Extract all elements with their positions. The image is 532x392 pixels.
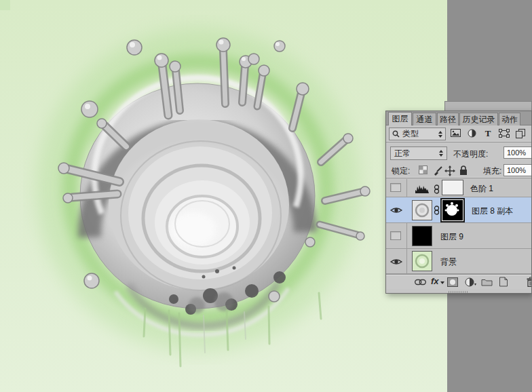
- document-canvas[interactable]: [0, 0, 447, 392]
- filter-smart-objects-icon[interactable]: [516, 129, 526, 138]
- add-layer-mask-icon[interactable]: [447, 277, 458, 287]
- opacity-label: 不透明度:: [453, 149, 488, 160]
- delete-layer-trash-icon[interactable]: [527, 277, 532, 287]
- layers-panel: 图层 通道 路径 历史记录 动作 类型: [385, 111, 532, 294]
- new-layer-icon[interactable]: [499, 277, 508, 287]
- search-icon: [392, 130, 400, 138]
- visibility-toggle-off[interactable]: [390, 183, 401, 192]
- filter-type-layers-icon[interactable]: T: [484, 129, 492, 138]
- lock-pixels-brush-icon[interactable]: [432, 165, 443, 176]
- levels-mask-thumbnail[interactable]: [442, 180, 463, 195]
- blend-mode-row: 正常 不透明度: 100%: [386, 143, 531, 163]
- tab-actions[interactable]: 动作: [499, 113, 520, 125]
- tab-history[interactable]: 历史记录: [459, 113, 498, 125]
- filter-kind-dropdown[interactable]: 类型: [389, 128, 446, 140]
- lock-position-move-icon[interactable]: [444, 165, 455, 176]
- lock-transparency-icon[interactable]: [419, 165, 428, 174]
- levels-histogram-icon: [415, 184, 430, 194]
- visibility-eye-icon[interactable]: [390, 258, 402, 266]
- splash-artwork: [0, 0, 447, 392]
- layer-thumbnail[interactable]: [412, 251, 432, 271]
- svg-text:T: T: [485, 129, 491, 138]
- filter-kind-label: 类型: [402, 128, 419, 140]
- dropdown-stepper-icon: [438, 131, 442, 138]
- opacity-field[interactable]: 100%: [504, 146, 532, 159]
- panel-resize-grip[interactable]: [449, 291, 469, 293]
- visibility-toggle-off[interactable]: [390, 231, 401, 240]
- link-layers-icon[interactable]: [415, 279, 426, 286]
- layer-filter-row: 类型 T: [386, 125, 531, 142]
- fill-label: 填充:: [483, 165, 501, 177]
- tab-channels[interactable]: 通道: [413, 113, 436, 125]
- new-group-folder-icon[interactable]: [481, 278, 493, 286]
- layer-mask-thumbnail-selected[interactable]: [440, 198, 465, 222]
- photoshop-workspace: 图层 通道 路径 历史记录 动作 类型: [0, 0, 532, 392]
- panel-bottom-toolbar: fx: [386, 274, 531, 289]
- layer-name: 图层 8 副本: [472, 205, 513, 217]
- filter-shape-layers-icon[interactable]: [499, 129, 510, 138]
- lock-label: 锁定:: [392, 165, 410, 177]
- tab-layers[interactable]: 图层: [388, 112, 412, 125]
- layer-thumbnail[interactable]: [412, 226, 432, 246]
- layer-list: 色阶 1: [386, 179, 531, 274]
- layer-name: 图层 9: [440, 231, 463, 243]
- tab-paths[interactable]: 路径: [437, 113, 459, 125]
- layer-row-levels-1[interactable]: 色阶 1: [386, 179, 531, 197]
- new-adjustment-layer-icon[interactable]: [465, 277, 478, 287]
- layer-name: 背景: [440, 256, 457, 268]
- filter-adjustment-layers-icon[interactable]: [468, 129, 476, 138]
- layer-row-layer-9[interactable]: 图层 9: [386, 223, 531, 249]
- layer-thumbnail[interactable]: [412, 200, 432, 220]
- mask-link-icon[interactable]: [434, 205, 440, 215]
- layer-row-background[interactable]: 背景: [386, 249, 531, 274]
- dropdown-stepper-icon: [439, 150, 443, 157]
- fill-field[interactable]: 100%: [504, 164, 532, 176]
- layer-row-layer-8-copy[interactable]: 图层 8 副本: [386, 197, 531, 223]
- layer-styles-fx-icon[interactable]: fx: [431, 276, 444, 286]
- layer-name: 色阶 1: [470, 183, 493, 195]
- filter-pixel-layers-icon[interactable]: [451, 129, 461, 137]
- mask-link-icon[interactable]: [434, 184, 440, 194]
- blend-mode-dropdown[interactable]: 正常: [390, 146, 447, 160]
- visibility-eye-icon[interactable]: [390, 206, 402, 214]
- lock-all-icon[interactable]: [459, 165, 468, 176]
- lock-row: 锁定: 填充: 100%: [386, 163, 531, 178]
- canvas-corner-patch: [0, 0, 10, 10]
- blend-mode-value: 正常: [394, 148, 411, 159]
- panel-tab-bar: 图层 通道 路径 历史记录 动作: [386, 111, 531, 125]
- panel-window-top-bar[interactable]: [444, 101, 532, 111]
